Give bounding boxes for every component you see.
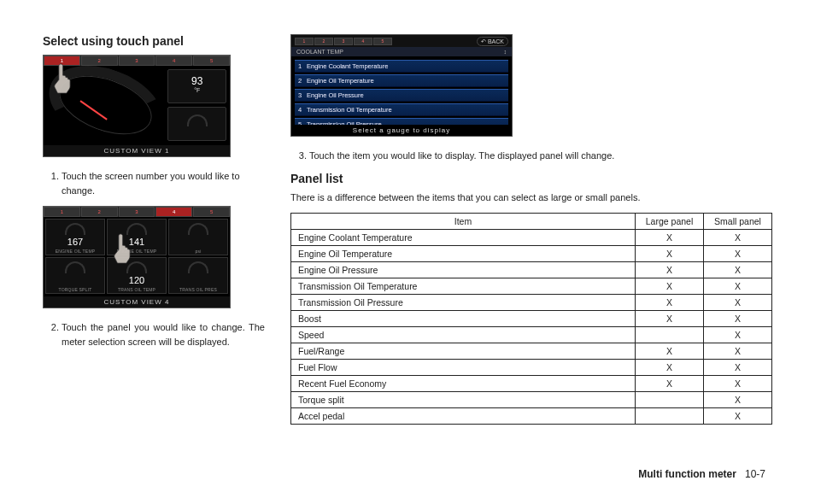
- thumb-tab: 2: [314, 38, 333, 45]
- thumb-footer: CUSTOM VIEW 1: [44, 145, 230, 156]
- screenshot-custom-view-4: 1 2 3 4 5 167ENGINE OIL TEMP 141ENGINE O…: [43, 206, 231, 308]
- th-item: Item: [291, 214, 636, 230]
- th-large: Large panel: [636, 214, 704, 230]
- step-text: Touch the panel you would like to change…: [62, 320, 265, 349]
- panel-cell: TRANS OIL PRES: [168, 257, 228, 294]
- cell-item: Transmission Oil Temperature: [291, 278, 636, 295]
- footer-page: 10-7: [745, 468, 765, 480]
- panel-cell: TORQUE SPLIT: [45, 257, 105, 294]
- panel-cell: psi: [168, 219, 228, 255]
- table-row: BoostXX: [291, 311, 772, 327]
- thumb-tab: 4: [155, 56, 192, 66]
- thumb-tab: 3: [119, 56, 155, 66]
- cell-small: X: [704, 408, 772, 425]
- cell-small: X: [704, 295, 772, 311]
- cell-large: X: [636, 230, 704, 246]
- right-column: 1 2 3 4 5 ↶ BACK COOLANT TEMP↕ 1Engine C…: [290, 34, 772, 425]
- cell-large: X: [636, 360, 704, 376]
- table-row: Fuel/RangeXX: [291, 343, 772, 360]
- menu-row: 1Engine Coolant Temperature: [295, 60, 508, 73]
- menu-row: 3Engine Oil Pressure: [295, 89, 508, 102]
- cell-large: X: [636, 295, 704, 311]
- thumb-tab: 2: [81, 207, 118, 217]
- cell-item: Accel pedal: [291, 408, 636, 425]
- panel-list-intro: There is a difference between the items …: [290, 190, 772, 205]
- cell-item: Engine Oil Temperature: [291, 246, 636, 262]
- table-row: Engine Oil TemperatureXX: [291, 246, 772, 262]
- table-row: Recent Fuel EconomyXX: [291, 376, 772, 392]
- cell-item: Transmission Oil Pressure: [291, 295, 636, 311]
- cell-large: [636, 408, 704, 425]
- page-footer: Multi function meter 10-7: [638, 468, 765, 480]
- cell-large: X: [636, 246, 704, 262]
- thumb-tab: 5: [193, 56, 230, 66]
- thumb-footer: Select a gauge to display: [291, 125, 512, 136]
- cell-item: Torque split: [291, 392, 636, 408]
- cell-small: X: [704, 360, 772, 376]
- cell-large: [636, 392, 704, 408]
- cell-item: Speed: [291, 327, 636, 343]
- cell-large: X: [636, 262, 704, 278]
- panel-list-table: Item Large panel Small panel Engine Cool…: [290, 213, 772, 425]
- table-row: Torque splitX: [291, 392, 772, 408]
- table-row: Fuel FlowXX: [291, 360, 772, 376]
- thumb-tab: 5: [193, 207, 230, 217]
- steps-list: Touch the panel you would like to change…: [43, 320, 265, 349]
- cell-small: X: [704, 311, 772, 327]
- table-row: Transmission Oil PressureXX: [291, 295, 772, 311]
- cell-small: X: [704, 343, 772, 360]
- thumb-tab: 4: [354, 38, 372, 45]
- cell-small: X: [704, 262, 772, 278]
- cell-item: Engine Oil Pressure: [291, 262, 636, 278]
- menu-sub-header: COOLANT TEMP: [296, 49, 343, 55]
- cell-small: X: [704, 278, 772, 295]
- screenshot-custom-view-1: 1 2 3 4 5 93 °F: [43, 55, 231, 157]
- cell-large: X: [636, 311, 704, 327]
- back-button: ↶ BACK: [477, 37, 508, 46]
- table-row: SpeedX: [291, 327, 772, 343]
- thumb-tab: 2: [81, 56, 118, 66]
- cell-item: Boost: [291, 311, 636, 327]
- thumb-tab: 5: [373, 38, 392, 45]
- cell-large: X: [636, 376, 704, 392]
- page-columns: Select using touch panel 1 2 3 4 5 93 °F: [43, 34, 772, 425]
- step-text: Touch the item you would like to display…: [309, 149, 772, 163]
- table-row: Transmission Oil TemperatureXX: [291, 278, 772, 295]
- thumb-tab: 1: [295, 38, 314, 45]
- cell-small: X: [704, 376, 772, 392]
- panel-cell: 167ENGINE OIL TEMP: [45, 219, 105, 255]
- gauge-mini: 93 °F: [167, 69, 226, 103]
- cell-small: X: [704, 246, 772, 262]
- pointing-hand-icon: [52, 62, 78, 95]
- th-small: Small panel: [704, 214, 772, 230]
- heading-panel-list: Panel list: [290, 172, 772, 185]
- screenshot-gauge-menu: 1 2 3 4 5 ↶ BACK COOLANT TEMP↕ 1Engine C…: [290, 34, 513, 137]
- menu-row: 2Engine Oil Temperature: [295, 74, 508, 87]
- menu-row: 4Transmission Oil Temperature: [295, 103, 508, 116]
- left-column: Select using touch panel 1 2 3 4 5 93 °F: [43, 34, 265, 425]
- cell-large: [636, 327, 704, 343]
- cell-item: Engine Coolant Temperature: [291, 230, 636, 246]
- table-row: Engine Oil PressureXX: [291, 262, 772, 278]
- cell-item: Fuel Flow: [291, 360, 636, 376]
- cell-large: X: [636, 278, 704, 295]
- cell-small: X: [704, 327, 772, 343]
- thumb-tab: 3: [334, 38, 353, 45]
- footer-section: Multi function meter: [638, 468, 736, 480]
- steps-list: Touch the screen number you would like t…: [43, 169, 265, 197]
- cell-large: X: [636, 343, 704, 360]
- table-row: Engine Coolant TemperatureXX: [291, 230, 772, 246]
- thumb-tab: 1: [44, 207, 80, 217]
- heading-select-touch: Select using touch panel: [43, 34, 265, 48]
- cell-small: X: [704, 230, 772, 246]
- gauge-mini: [167, 107, 226, 141]
- cell-item: Recent Fuel Economy: [291, 376, 636, 392]
- thumb-tab: 4: [155, 207, 192, 217]
- steps-list: Touch the item you would like to display…: [290, 149, 772, 163]
- step-text: Touch the screen number you would like t…: [62, 169, 265, 197]
- cell-item: Fuel/Range: [291, 343, 636, 360]
- pointing-hand-icon: [112, 232, 138, 265]
- table-row: Accel pedalX: [291, 408, 772, 425]
- thumb-tab: 3: [119, 207, 155, 217]
- cell-small: X: [704, 392, 772, 408]
